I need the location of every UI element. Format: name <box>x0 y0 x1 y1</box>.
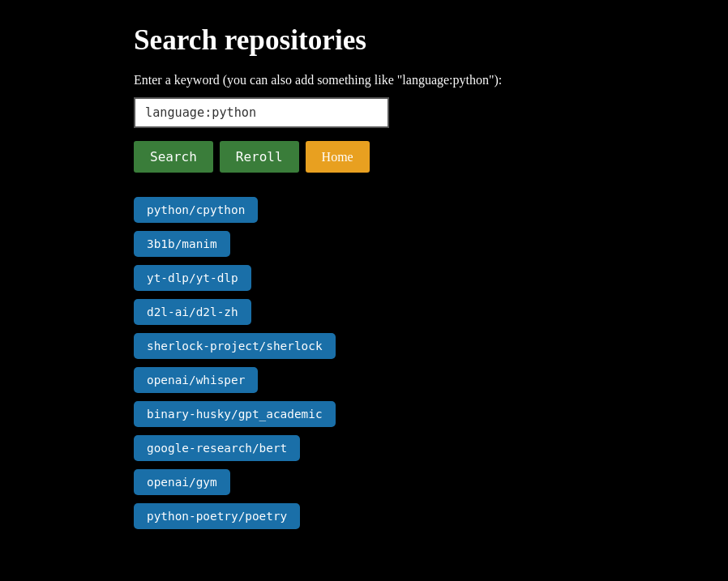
main-container: Search repositories Enter a keyword (you… <box>0 0 728 553</box>
description-text: Enter a keyword (you can also add someth… <box>134 73 594 88</box>
repo-item[interactable]: google-research/bert <box>134 435 300 461</box>
reroll-button[interactable]: Reroll <box>220 141 299 173</box>
home-button[interactable]: Home <box>306 141 370 173</box>
repo-item[interactable]: d2l-ai/d2l-zh <box>134 299 251 325</box>
results-list: python/cpython3b1b/manimyt-dlp/yt-dlpd2l… <box>134 197 594 529</box>
repo-item[interactable]: openai/gym <box>134 469 230 495</box>
repo-item[interactable]: openai/whisper <box>134 367 258 393</box>
repo-item[interactable]: binary-husky/gpt_academic <box>134 401 336 427</box>
search-button[interactable]: Search <box>134 141 213 173</box>
repo-item[interactable]: sherlock-project/sherlock <box>134 333 336 359</box>
repo-item[interactable]: 3b1b/manim <box>134 231 230 257</box>
repo-item[interactable]: python-poetry/poetry <box>134 503 300 529</box>
repo-item[interactable]: python/cpython <box>134 197 258 223</box>
search-input[interactable] <box>134 97 389 128</box>
repo-item[interactable]: yt-dlp/yt-dlp <box>134 265 251 291</box>
button-row: Search Reroll Home <box>134 141 594 173</box>
page-title: Search repositories <box>134 24 594 57</box>
